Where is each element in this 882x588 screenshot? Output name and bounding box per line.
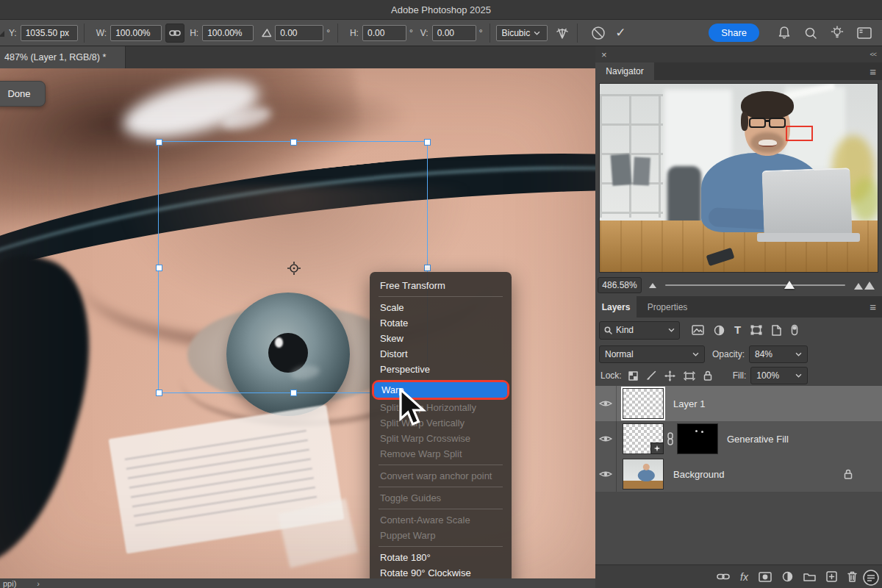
new-layer-icon[interactable] xyxy=(826,571,837,582)
search-icon[interactable] xyxy=(804,26,817,40)
v-skew-input[interactable]: 0.00 xyxy=(432,25,476,41)
menu-item-scale[interactable]: Scale xyxy=(370,300,512,315)
close-panel-icon[interactable]: × xyxy=(601,50,607,60)
layer-row-layer1[interactable]: Layer 1 xyxy=(595,386,882,422)
navigator-panel-menu-icon[interactable]: ≡ xyxy=(870,65,876,78)
menu-item-free-transform[interactable]: Free Transform xyxy=(370,278,512,293)
transform-handle-top-right[interactable] xyxy=(424,139,431,146)
navigator-zoom-slider-thumb[interactable] xyxy=(784,281,795,289)
cancel-transform-icon[interactable] xyxy=(589,24,607,42)
menu-item-remove-warp-split[interactable]: Remove Warp Split xyxy=(370,446,512,462)
filter-toggle-icon[interactable] xyxy=(791,324,798,336)
menu-item-convert-warp-anchor-point[interactable]: Convert warp anchor point xyxy=(370,468,512,484)
transform-reference-point[interactable] xyxy=(287,261,301,276)
transform-handle-bottom-mid[interactable] xyxy=(290,390,297,396)
adjustment-layer-icon[interactable] xyxy=(782,571,793,582)
link-layers-icon[interactable] xyxy=(717,573,730,581)
navigator-thumbnail[interactable] xyxy=(599,83,878,273)
angle-unit: ° xyxy=(326,28,330,38)
angle-input[interactable]: 0.00 xyxy=(275,25,323,41)
done-button[interactable]: Done xyxy=(0,81,46,107)
interpolation-dropdown[interactable]: Bicubic xyxy=(496,25,548,41)
workspace-panel-icon[interactable] xyxy=(857,27,872,39)
commit-transform-icon[interactable]: ✓ xyxy=(612,24,629,42)
contextual-taskbar-icon[interactable] xyxy=(862,569,880,587)
chevron-down-icon xyxy=(534,31,540,35)
nav-man-ear-hair xyxy=(741,112,748,131)
reference-point-fragment-icon xyxy=(0,30,5,37)
discover-lightbulb-icon[interactable] xyxy=(831,26,844,40)
lock-transparent-pixels-icon[interactable] xyxy=(628,371,638,381)
delete-layer-trash-icon[interactable] xyxy=(847,571,857,582)
menu-item-warp[interactable]: Warp xyxy=(374,382,507,398)
generative-fill-mask-thumbnail[interactable] xyxy=(677,423,718,454)
menu-item-rotate-180[interactable]: Rotate 180° xyxy=(370,550,512,565)
transform-handle-top-left[interactable] xyxy=(156,139,162,146)
lock-artboard-icon[interactable] xyxy=(684,371,695,381)
collapse-panel-icon[interactable]: << xyxy=(870,51,876,58)
nav-monitor-2 xyxy=(633,157,650,185)
lock-all-icon[interactable] xyxy=(703,370,712,381)
menu-item-rotate[interactable]: Rotate xyxy=(370,315,512,331)
h-skew-input[interactable]: 0.00 xyxy=(362,25,406,41)
fill-dropdown[interactable]: 100% xyxy=(750,367,808,384)
menu-item-split-warp-vertically[interactable]: Split Warp Vertically xyxy=(370,415,512,431)
zoom-in-mountains-icon[interactable] xyxy=(854,282,875,290)
visibility-eye-icon[interactable] xyxy=(595,456,617,492)
lock-position-icon[interactable] xyxy=(664,370,675,381)
visibility-eye-icon[interactable] xyxy=(595,421,617,456)
transform-handle-bottom-left[interactable] xyxy=(156,390,162,396)
mouse-cursor xyxy=(398,388,427,429)
navigator-zoom-input[interactable]: 486.58% xyxy=(598,277,642,293)
link-dimensions-button[interactable] xyxy=(165,24,184,43)
interpolation-value: Bicubic xyxy=(501,27,530,39)
document-tab[interactable]: 487% (Layer 1, RGB/8) * xyxy=(0,46,126,68)
layer-row-background[interactable]: Background xyxy=(595,456,882,492)
mask-link-icon[interactable] xyxy=(667,432,674,445)
tab-layers[interactable]: Layers xyxy=(595,296,637,318)
warp-mode-button[interactable] xyxy=(553,24,571,42)
generative-fill-thumbnail[interactable] xyxy=(623,423,664,454)
transform-handle-mid-right[interactable] xyxy=(424,265,431,271)
filter-type-layers-icon[interactable]: T xyxy=(734,325,741,335)
background-thumbnail[interactable] xyxy=(623,459,664,490)
filter-shape-layers-icon[interactable] xyxy=(750,325,762,335)
menu-item-split-warp-crosswise[interactable]: Split Warp Crosswise xyxy=(370,431,512,446)
filter-smart-objects-icon[interactable] xyxy=(772,325,781,336)
tab-properties[interactable]: Properties xyxy=(637,296,698,318)
tab-navigator[interactable]: Navigator xyxy=(595,62,654,80)
filter-adjustment-layers-icon[interactable] xyxy=(714,325,725,336)
menu-item-puppet-warp[interactable]: Puppet Warp xyxy=(370,528,512,543)
menu-item-split-warp-horizontally[interactable]: Split Warp Horizontally xyxy=(370,400,512,415)
menu-item-content-aware-scale[interactable]: Content-Aware Scale xyxy=(370,512,512,528)
share-button[interactable]: Share xyxy=(709,24,759,42)
filter-pixel-layers-icon[interactable] xyxy=(692,325,704,335)
menu-item-toggle-guides[interactable]: Toggle Guides xyxy=(370,490,512,506)
w-input[interactable]: 100.00% xyxy=(110,25,162,41)
document-tab-title: 487% (Layer 1, RGB/8) * xyxy=(4,52,106,62)
h-input[interactable]: 100.00% xyxy=(202,25,254,41)
navigator-view-box[interactable] xyxy=(786,126,813,141)
filter-kind-dropdown[interactable]: Kind xyxy=(599,321,680,340)
new-group-folder-icon[interactable] xyxy=(803,572,816,581)
menu-item-skew[interactable]: Skew xyxy=(370,331,512,346)
layer-styles-fx-icon[interactable]: fx xyxy=(740,572,748,582)
lock-image-pixels-brush-icon[interactable] xyxy=(646,370,656,381)
status-chevron-icon[interactable]: › xyxy=(37,579,40,588)
layer-row-generative-fill[interactable]: Generative Fill xyxy=(595,421,882,457)
menu-item-distort[interactable]: Distort xyxy=(370,346,512,362)
menu-item-perspective[interactable]: Perspective xyxy=(370,362,512,377)
opacity-dropdown[interactable]: 84% xyxy=(749,345,808,363)
zoom-out-mountain-icon[interactable] xyxy=(649,283,656,288)
layer1-thumbnail[interactable] xyxy=(623,388,664,419)
y-input[interactable]: 1035.50 px xyxy=(21,25,78,41)
blend-mode-dropdown[interactable]: Normal xyxy=(599,345,705,363)
layers-panel-menu-icon[interactable]: ≡ xyxy=(870,301,876,313)
visibility-eye-icon[interactable] xyxy=(595,386,617,421)
transform-handle-top-mid[interactable] xyxy=(290,139,297,146)
transform-handle-mid-left[interactable] xyxy=(156,265,162,271)
layer-lock-icon[interactable] xyxy=(844,469,853,479)
navigator-zoom-slider[interactable] xyxy=(665,284,845,286)
notifications-bell-icon[interactable] xyxy=(778,26,791,40)
add-layer-mask-icon[interactable] xyxy=(759,572,772,582)
